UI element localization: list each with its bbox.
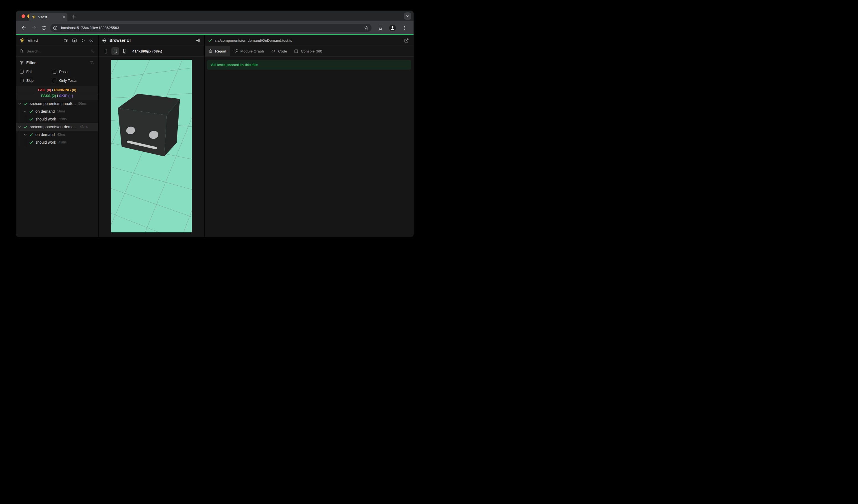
- tab-title: Vitest: [38, 15, 62, 19]
- browser-ui-title: Browser UI: [109, 38, 131, 43]
- test-case-row[interactable]: should work 55ms: [16, 115, 98, 123]
- report-panel: src/components/on-demand/OnDemand.test.t…: [205, 35, 414, 237]
- viewport-size-label: 414x896px (68%): [132, 49, 162, 53]
- address-bar[interactable]: localhost:5173/#/?file=1828625563: [50, 24, 371, 32]
- chevron-down-icon[interactable]: [18, 102, 21, 105]
- test-suite-row[interactable]: on demand 56ms: [16, 108, 98, 115]
- filter-checkbox-fail[interactable]: Fail: [20, 68, 53, 75]
- tab-report[interactable]: Report: [205, 46, 230, 56]
- tab-code[interactable]: Code: [268, 46, 290, 56]
- checkbox-skip[interactable]: [20, 79, 23, 82]
- reload-button[interactable]: [39, 24, 48, 32]
- pass-check-icon: [23, 125, 28, 129]
- globe-icon: [102, 38, 107, 43]
- console-icon: [294, 49, 298, 53]
- device-preset-small-icon[interactable]: [102, 47, 110, 55]
- test-suite-row[interactable]: on demand 43ms: [16, 131, 98, 139]
- run-all-icon[interactable]: [80, 37, 86, 43]
- all-tests-passed-banner: All tests passed in this file: [207, 60, 411, 70]
- collapse-panels-icon[interactable]: [62, 37, 69, 43]
- test-file-row[interactable]: src/components/manual/… 56ms: [16, 100, 98, 108]
- tab-strip: Vitest: [16, 11, 414, 21]
- test-stats: FAIL (0) / RUNNING (0) PASS (2) / SKIP (…: [16, 86, 98, 100]
- clear-search-filter-icon[interactable]: [90, 49, 95, 54]
- filter-checkbox-pass[interactable]: Pass: [53, 68, 94, 75]
- stats-line-pass-skip: PASS (2) / SKIP (--): [38, 93, 76, 99]
- tab-search-button[interactable]: [404, 13, 411, 20]
- test-tree: src/components/manual/… 56ms on demand 5…: [16, 100, 98, 237]
- pass-check-icon: [29, 110, 33, 114]
- vitest-favicon: [32, 15, 36, 19]
- filter-title: Filter: [26, 61, 36, 65]
- report-tabs: Report Module Graph Code Console (69): [205, 46, 414, 56]
- vitest-logo: [19, 37, 25, 43]
- dashboard-icon[interactable]: [71, 37, 78, 43]
- browser-ui-panel: Browser UI 414x896px (68%): [99, 35, 205, 237]
- filter-section: Filter Fail Pass Skip Only Tests: [16, 56, 98, 86]
- back-button[interactable]: [20, 24, 28, 32]
- report-icon: [208, 49, 212, 53]
- open-external-icon[interactable]: [403, 37, 410, 43]
- site-info-icon[interactable]: [52, 25, 59, 31]
- pass-check-icon: [29, 117, 33, 121]
- pass-check-icon: [29, 140, 33, 145]
- forward-button[interactable]: [30, 24, 38, 32]
- checkbox-only-tests[interactable]: [53, 79, 57, 82]
- stats-line-fail-running: FAIL (0) / RUNNING (0): [38, 87, 76, 93]
- tests-sidebar: Vitest: [16, 35, 99, 237]
- test-file-row-selected[interactable]: src/components/on-dema… 43ms: [16, 123, 98, 131]
- url-text[interactable]: localhost:5173/#/?file=1828625563: [61, 26, 364, 30]
- new-tab-button[interactable]: [70, 13, 77, 20]
- code-icon: [271, 49, 275, 53]
- close-tab-icon[interactable]: [62, 15, 65, 18]
- profile-avatar[interactable]: [388, 24, 396, 32]
- browser-window: Vitest localhost:5173/#/?file=1828625563: [16, 11, 414, 237]
- experiments-flask-icon[interactable]: [377, 24, 384, 32]
- device-preset-selected-icon[interactable]: [111, 47, 119, 55]
- pass-check-icon: [23, 102, 28, 106]
- module-graph-icon: [234, 49, 238, 53]
- browser-viewport-container: [99, 56, 204, 237]
- tab-console[interactable]: Console (69): [290, 46, 325, 56]
- bookmark-star-icon[interactable]: [364, 26, 369, 30]
- robot-head-cube: [118, 94, 180, 157]
- file-pass-check-icon: [208, 38, 212, 43]
- device-preset-phone-icon[interactable]: [121, 47, 129, 55]
- filter-funnel-icon: [20, 61, 24, 65]
- tab-module-graph[interactable]: Module Graph: [230, 46, 268, 56]
- clear-filters-icon[interactable]: [90, 61, 94, 65]
- chevron-down-icon[interactable]: [24, 110, 27, 113]
- app-title: Vitest: [28, 38, 38, 43]
- test-browser-viewport[interactable]: [111, 60, 192, 232]
- checkbox-pass[interactable]: [53, 70, 57, 74]
- dock-panel-right-icon[interactable]: [194, 37, 201, 43]
- dark-mode-moon-icon[interactable]: [88, 37, 95, 43]
- search-input[interactable]: [27, 49, 90, 53]
- search-icon: [19, 49, 24, 53]
- filter-checkbox-skip[interactable]: Skip: [20, 77, 53, 84]
- browser-menu-kebab-icon[interactable]: [401, 24, 409, 32]
- filter-checkbox-only-tests[interactable]: Only Tests: [53, 77, 94, 84]
- chevron-down-icon[interactable]: [18, 126, 21, 129]
- browser-toolbar: localhost:5173/#/?file=1828625563: [16, 21, 414, 34]
- close-window-button[interactable]: [21, 14, 25, 18]
- browser-tab[interactable]: Vitest: [29, 13, 67, 21]
- test-case-row[interactable]: should work 43ms: [16, 139, 98, 146]
- checkbox-fail[interactable]: [20, 70, 23, 74]
- current-file-path: src/components/on-demand/OnDemand.test.t…: [215, 38, 292, 43]
- chevron-down-icon[interactable]: [24, 133, 27, 136]
- pass-check-icon: [29, 133, 33, 137]
